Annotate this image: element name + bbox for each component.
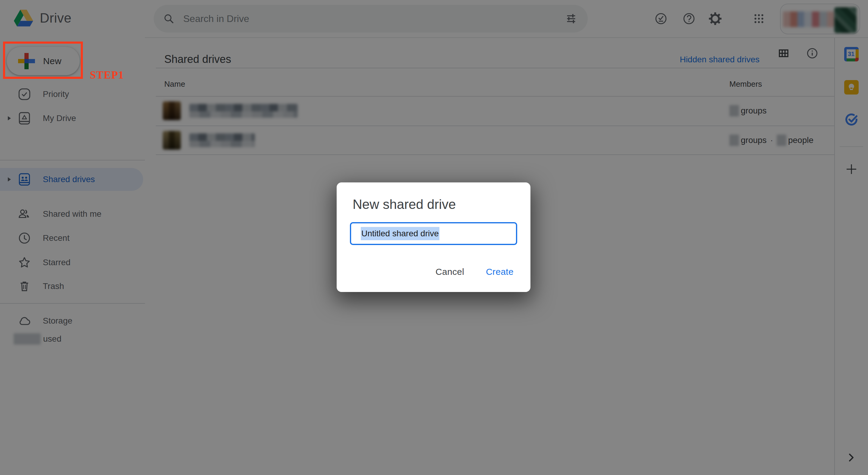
dialog-actions: Cancel Create <box>434 264 515 279</box>
google-drive-window: Drive <box>0 0 868 475</box>
drive-name-value-selected: Untitled shared drive <box>361 227 439 240</box>
tutorial-highlight-box <box>3 41 83 79</box>
create-button[interactable]: Create <box>485 264 515 279</box>
tutorial-step-label: STEP1 <box>90 69 124 81</box>
drive-name-input[interactable]: Untitled shared drive <box>350 222 517 245</box>
dialog-title: New shared drive <box>352 197 456 212</box>
new-shared-drive-dialog: New shared drive Untitled shared drive C… <box>337 182 530 292</box>
cancel-button[interactable]: Cancel <box>434 264 465 279</box>
